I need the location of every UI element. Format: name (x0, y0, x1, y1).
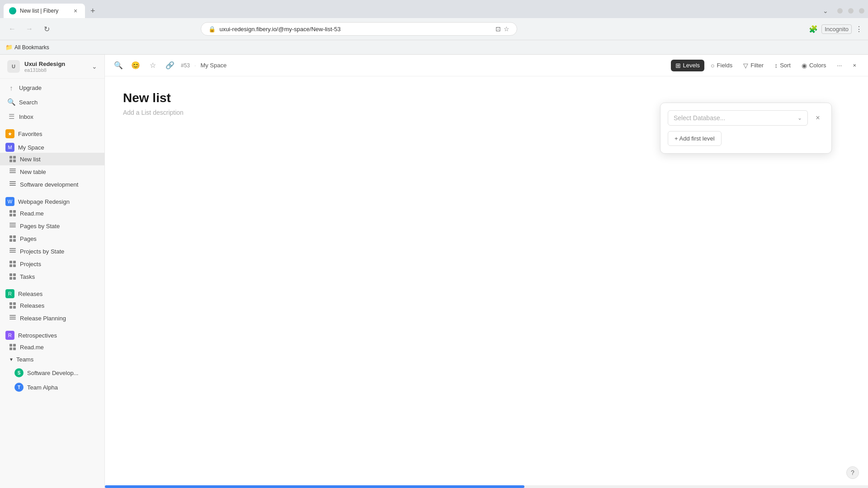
pages-label: Pages (20, 235, 37, 242)
colors-btn[interactable]: ◉ Colors (797, 60, 831, 71)
sidebar-top-nav: ↑ Upgrade 🔍 Search ☰ Inbox (0, 79, 104, 126)
sidebar-item-tasks[interactable]: Tasks (0, 270, 104, 283)
new-list-label: New list (20, 156, 41, 163)
sidebar-item-pages-by-state[interactable]: Pages by State (0, 220, 104, 232)
page-content: New list Add a List description Select D… (105, 76, 868, 488)
bookmarks-bar: 📁 All Bookmarks (0, 40, 868, 54)
toolbar-search-icon[interactable]: 🔍 (112, 59, 125, 72)
webpage-label[interactable]: Webpage Redesign (18, 198, 70, 205)
window-close-btn[interactable] (859, 8, 864, 14)
reload-btn[interactable]: ↻ (40, 22, 53, 36)
bottom-scrollbar[interactable] (105, 485, 868, 488)
address-icons: ⊡ ☆ (495, 25, 509, 33)
new-tab-btn[interactable]: + (87, 5, 99, 18)
sidebar-item-upgrade[interactable]: ↑ Upgrade (0, 80, 104, 95)
readme-wp-icon (9, 210, 16, 217)
pages-by-state-label: Pages by State (20, 223, 60, 230)
help-btn[interactable]: ? (846, 466, 859, 479)
close-btn[interactable]: × (848, 60, 861, 71)
main-toolbar: 🔍 😊 ☆ 🔗 #53 · My Space ⊞ Levels ○ Fields (105, 55, 868, 76)
projects-by-state-icon (9, 248, 16, 255)
pages-by-state-icon (9, 222, 16, 230)
release-planning-label: Release Planning (20, 315, 66, 322)
filter-icon: ▽ (743, 62, 748, 69)
sidebar-item-release-planning[interactable]: Release Planning (0, 312, 104, 324)
sidebar-item-projects[interactable]: Projects (0, 258, 104, 270)
toolbar-right: ⊞ Levels ○ Fields ▽ Filter ↕ Sort ◉ Co (671, 60, 861, 71)
webpage-redesign-section: W Webpage Redesign (0, 193, 104, 207)
sidebar-item-readme-retro[interactable]: Read.me (0, 341, 104, 353)
sidebar-item-readme-wp[interactable]: Read.me (0, 207, 104, 220)
toolbar-link-icon[interactable]: 🔗 (164, 59, 176, 72)
fields-btn[interactable]: ○ Fields (706, 60, 737, 71)
add-first-level-btn[interactable]: + Add first level (668, 131, 722, 146)
teams-section-header[interactable]: ▼ Teams (0, 353, 104, 366)
tab-favicon (9, 7, 16, 14)
sidebar-item-team-alpha[interactable]: T Team Alpha (0, 380, 104, 394)
toolbar-emoji-icon[interactable]: 😊 (129, 59, 142, 72)
new-list-icon (9, 155, 16, 163)
sidebar-item-search[interactable]: 🔍 Search (0, 95, 104, 109)
minimize-btn[interactable] (837, 8, 843, 14)
sidebar-item-pages[interactable]: Pages (0, 232, 104, 245)
toolbar-star-icon[interactable]: ☆ (146, 59, 159, 72)
my-space-label[interactable]: My Space (18, 144, 44, 151)
window-controls (837, 8, 864, 14)
workspace-dropdown-icon[interactable]: ⌄ (92, 63, 97, 70)
webpage-icon: W (5, 197, 14, 206)
app: U Uxui Redesign ea131bb8 ⌄ ↑ Upgrade 🔍 S… (0, 55, 868, 488)
sidebar-item-inbox[interactable]: ☰ Inbox (0, 109, 104, 124)
levels-btn[interactable]: ⊞ Levels (671, 60, 705, 71)
sidebar-item-projects-by-state[interactable]: Projects by State (0, 245, 104, 258)
tab-close-btn[interactable]: × (71, 7, 80, 15)
tab-title: New list | Fibery (20, 8, 68, 14)
tab-list-btn[interactable]: ⌄ (821, 5, 830, 16)
software-develop-label: Software Develop... (27, 370, 78, 376)
retrospectives-label[interactable]: Retrospectives (18, 332, 57, 339)
extensions-btn[interactable]: 🧩 (809, 25, 818, 33)
more-btn[interactable]: ··· (833, 60, 847, 71)
favorites-label[interactable]: Favorites (18, 131, 42, 137)
menu-btn[interactable]: ⋮ (855, 25, 863, 33)
add-level-label: + Add first level (675, 135, 715, 142)
database-select[interactable]: Select Database... ⌄ (668, 110, 808, 126)
sidebar-item-software-develop[interactable]: S Software Develop... (0, 366, 104, 380)
releases-item-label: Releases (20, 302, 44, 309)
forward-btn[interactable]: → (23, 22, 36, 36)
breadcrumb-my-space[interactable]: My Space (200, 62, 226, 69)
select-placeholder: Select Database... (674, 114, 725, 122)
levels-popup: Select Database... ⌄ × + Add first level (660, 103, 832, 154)
projects-label: Projects (20, 261, 41, 267)
retrospectives-icon: R (5, 331, 14, 340)
favorites-section: ★ Favorites (0, 126, 104, 139)
bookmark-icon[interactable]: ☆ (504, 25, 509, 33)
releases-label[interactable]: Releases (18, 291, 42, 297)
back-btn[interactable]: ← (5, 22, 19, 36)
readme-retro-label: Read.me (20, 344, 44, 351)
bookmarks-label[interactable]: All Bookmarks (14, 44, 49, 51)
sidebar-item-software-dev[interactable]: Software development (0, 178, 104, 191)
sort-btn[interactable]: ↕ Sort (770, 60, 795, 71)
address-bar[interactable]: 🔒 uxui-redesign.fibery.io/@my-space/New-… (201, 22, 517, 36)
breadcrumb-sep: · (194, 62, 196, 69)
team-alpha-avatar: T (14, 383, 24, 392)
sidebar-item-new-list[interactable]: New list (0, 153, 104, 165)
maximize-btn[interactable] (848, 8, 854, 14)
filter-btn[interactable]: ▽ Filter (739, 60, 768, 71)
software-dev-icon (9, 181, 16, 188)
upgrade-icon: ↑ (7, 84, 15, 92)
search-label: Search (19, 99, 38, 106)
sidebar-item-releases[interactable]: Releases (0, 299, 104, 312)
toolbar-left: 🔍 😊 ☆ 🔗 #53 · My Space (112, 59, 665, 72)
workspace-name: Uxui Redesign (24, 61, 87, 67)
upgrade-label: Upgrade (19, 84, 42, 91)
sidebar-item-new-table[interactable]: New table (0, 165, 104, 178)
software-dev-label: Software development (20, 181, 78, 188)
profile-btn[interactable]: Incognito (821, 24, 852, 34)
releases-item-icon (9, 302, 16, 309)
toolbar-badge: #53 (181, 62, 190, 69)
active-tab[interactable]: New list | Fibery × (4, 4, 85, 18)
projects-by-state-label: Projects by State (20, 248, 64, 255)
filter-label: Filter (750, 62, 764, 69)
popup-close-btn[interactable]: × (811, 112, 824, 124)
